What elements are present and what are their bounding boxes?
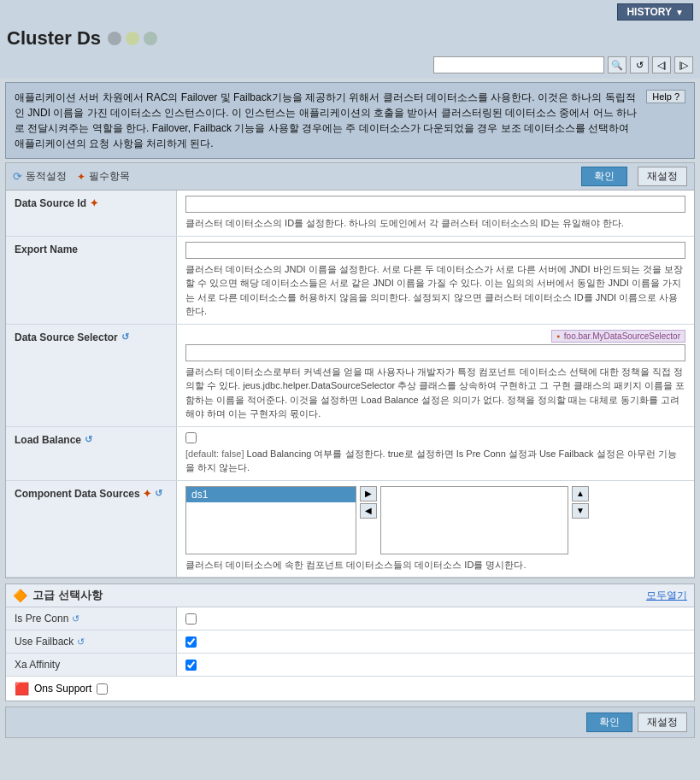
bottom-bar: 확인 재설정: [5, 707, 695, 738]
move-left-button[interactable]: ◀: [360, 503, 377, 519]
export-name-input[interactable]: [185, 242, 685, 259]
comp-refresh-icon[interactable]: ↺: [155, 488, 162, 499]
confirm-button-top[interactable]: 확인: [581, 167, 627, 186]
dot-1: [108, 32, 121, 45]
history-button[interactable]: HISTORY: [617, 3, 693, 21]
nav-prev-button[interactable]: ◁|: [652, 56, 671, 73]
tab-dynamic-label: 동적설정: [26, 169, 67, 184]
description-box: 애플리케이션 서버 차원에서 RAC의 Failover 및 Failback기…: [5, 82, 695, 159]
nav-next-button[interactable]: |▷: [674, 56, 693, 73]
use-failback-refresh-icon[interactable]: ↺: [77, 636, 85, 648]
load-balance-row: Load Balance ↺ [default: false] Load Bal…: [6, 427, 694, 481]
comp-required-icon: ✦: [143, 488, 151, 500]
tab-dynamic[interactable]: ⟳ 동적설정: [13, 169, 67, 184]
data-source-id-row: Data Source Id ✦ 클러스터 데이터소스의 ID를 설정한다. 하…: [6, 191, 694, 237]
data-source-id-label: Data Source Id ✦: [6, 191, 177, 236]
is-pre-conn-checkbox[interactable]: [185, 613, 197, 625]
data-source-selector-row: Data Source Selector ↺ ▪ foo.bar.MyDataS…: [6, 325, 694, 427]
tab-required-label: 필수항목: [89, 169, 130, 184]
ons-support-label: Ons Support: [34, 683, 91, 695]
page-title: Cluster Ds: [7, 27, 101, 50]
search-button[interactable]: 🔍: [608, 56, 626, 73]
component-data-sources-hint: 클러스터 데이터소스에 속한 컴포넌트 데이터소스들의 데이터소스 ID를 명시…: [185, 558, 685, 572]
required-star-icon: ✦: [77, 171, 85, 183]
data-source-id-content: 클러스터 데이터소스의 ID를 설정한다. 하나의 도메인에서 각 클러스터 데…: [177, 191, 694, 236]
load-balance-label: Load Balance ↺: [6, 427, 177, 480]
move-up-button[interactable]: ▲: [572, 486, 589, 501]
reset-button-bottom[interactable]: 재설정: [638, 713, 687, 732]
selector-refresh-icon[interactable]: ↺: [121, 331, 129, 343]
title-decoration: [108, 32, 157, 45]
load-balance-checkbox[interactable]: [185, 432, 197, 443]
export-name-label: Export Name: [6, 237, 177, 324]
component-data-sources-label: Component Data Sources ✦ ↺: [6, 481, 177, 578]
move-right-button[interactable]: ▶: [360, 486, 377, 501]
main-form: Data Source Id ✦ 클러스터 데이터소스의 ID를 설정한다. 하…: [5, 190, 695, 578]
comp-ds-list-left[interactable]: ds1: [185, 486, 356, 554]
description-text: 애플리케이션 서버 차원에서 RAC의 Failover 및 Failback기…: [15, 90, 639, 151]
required-icon: ✦: [90, 197, 98, 209]
xa-affinity-checkbox[interactable]: [185, 660, 197, 671]
data-source-id-hint: 클러스터 데이터소스의 ID를 설정한다. 하나의 도메인에서 각 클러스터 데…: [185, 216, 685, 231]
dynamic-icon: ⟳: [13, 170, 22, 183]
advanced-title: 고급 선택사항: [32, 588, 103, 603]
list-item[interactable]: ds1: [186, 487, 356, 502]
comp-ds-controls: ds1 ▶ ◀ ▲ ▼: [185, 486, 685, 554]
data-source-selector-content: ▪ foo.bar.MyDataSourceSelector 클러스터 데이터소…: [177, 325, 694, 426]
xa-affinity-label: Xa Affinity: [6, 654, 177, 676]
dot-3: [144, 32, 157, 45]
data-source-id-input[interactable]: [185, 196, 685, 213]
is-pre-conn-label: Is Pre Conn ↺: [6, 607, 177, 630]
xa-affinity-content: [177, 654, 694, 676]
use-failback-checkbox[interactable]: [185, 636, 197, 648]
comp-ds-list-right[interactable]: [380, 486, 568, 554]
load-balance-refresh-icon[interactable]: ↺: [85, 434, 92, 445]
refresh-button[interactable]: ↺: [630, 56, 649, 73]
comp-ds-arrow-buttons: ▶ ◀: [356, 486, 380, 519]
data-source-selector-label: Data Source Selector ↺: [6, 325, 177, 426]
advanced-header: 🔶 고급 선택사항 모두열기: [6, 584, 694, 607]
export-name-row: Export Name 클러스터 데이터소스의 JNDI 이름을 설정한다. 서…: [6, 237, 694, 325]
search-bar: 🔍 ↺ ◁| |▷: [0, 55, 700, 79]
export-name-hint: 클러스터 데이터소스의 JNDI 이름을 설정한다. 서로 다른 두 데이터소스…: [185, 262, 685, 319]
tab-required[interactable]: ✦ 필수항목: [77, 169, 130, 184]
top-bar: HISTORY: [0, 0, 700, 24]
ons-icon: 🟥: [15, 682, 29, 695]
component-data-sources-content: ds1 ▶ ◀ ▲ ▼ 클러스터 데이터소스에 속한 컴포넌트 데이터소스들의 …: [177, 481, 694, 578]
move-down-button[interactable]: ▼: [572, 503, 589, 519]
reset-button-top[interactable]: 재설정: [638, 167, 687, 186]
search-input[interactable]: [433, 56, 604, 73]
use-failback-row: Use Failback ↺: [6, 630, 694, 654]
advanced-section: 🔶 고급 선택사항 모두열기 Is Pre Conn ↺ Use Failbac…: [5, 584, 695, 701]
load-balance-default: [default: false]: [185, 449, 244, 459]
tag-icon: ▪: [556, 331, 560, 341]
use-failback-label: Use Failback ↺: [6, 630, 177, 653]
help-button[interactable]: Help ?: [646, 90, 685, 103]
data-source-selector-input[interactable]: [185, 344, 685, 361]
advanced-icon: 🔶: [13, 589, 27, 602]
dot-2: [126, 32, 139, 45]
ons-support-checkbox[interactable]: [97, 683, 108, 695]
ons-support-row: 🟥 Ons Support: [6, 677, 694, 701]
is-pre-conn-refresh-icon[interactable]: ↺: [72, 613, 79, 625]
ds-selector-tag: ▪ foo.bar.MyDataSourceSelector: [551, 330, 685, 343]
use-failback-content: [177, 630, 694, 653]
export-name-content: 클러스터 데이터소스의 JNDI 이름을 설정한다. 서로 다른 두 데이터소스…: [177, 237, 694, 324]
title-bar: Cluster Ds: [0, 24, 700, 55]
load-balance-hint: [default: false] Load Balancing 여부를 설정한다…: [185, 447, 685, 475]
component-data-sources-row: Component Data Sources ✦ ↺ ds1 ▶ ◀ ▲ ▼: [6, 481, 694, 578]
data-source-selector-hint: 클러스터 데이터소스로부터 커넥션을 얻을 때 사용자나 개발자가 특정 컴포넌…: [185, 365, 685, 421]
is-pre-conn-row: Is Pre Conn ↺: [6, 607, 694, 630]
confirm-button-bottom[interactable]: 확인: [586, 713, 632, 732]
xa-affinity-row: Xa Affinity: [6, 654, 694, 677]
is-pre-conn-content: [177, 607, 694, 630]
load-balance-hint-text: Load Balancing 여부를 설정한다. true로 설정하면 Is P…: [185, 449, 677, 473]
comp-ds-updown-buttons: ▲ ▼: [568, 486, 592, 519]
expand-all-link[interactable]: 모두열기: [646, 589, 687, 603]
load-balance-content: [default: false] Load Balancing 여부를 설정한다…: [177, 427, 694, 480]
